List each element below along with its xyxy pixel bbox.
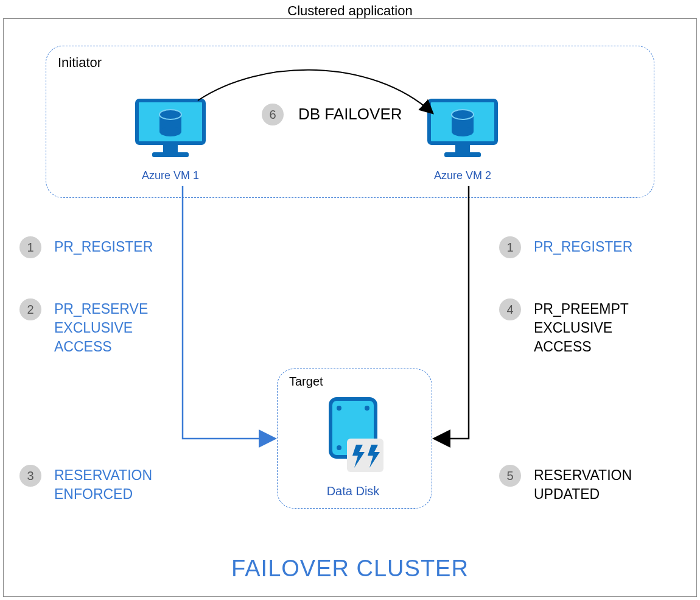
step-text-2: PR_RESERVE EXCLUSIVE ACCESS — [54, 300, 148, 356]
step-badge-3: 3 — [19, 465, 41, 487]
diagram-title: Clustered application — [0, 3, 700, 19]
footer-title: FAILOVER CLUSTER — [0, 556, 700, 582]
svg-rect-1 — [163, 145, 178, 152]
step-text-1-left: PR_REGISTER — [54, 238, 153, 256]
step-badge-4: 4 — [499, 298, 521, 320]
step-badge-2: 2 — [19, 298, 41, 320]
azure-vm-icon — [426, 97, 499, 158]
step-text-5: RESERVATION UPDATED — [534, 466, 632, 504]
initiator-label: Initiator — [58, 55, 102, 71]
step-badge-5: 5 — [499, 465, 521, 487]
data-disk-label: Data Disk — [317, 484, 390, 498]
vm2-label: Azure VM 2 — [420, 169, 505, 182]
svg-point-12 — [452, 127, 474, 136]
svg-point-16 — [365, 406, 369, 411]
svg-rect-8 — [455, 145, 470, 152]
azure-vm-icon — [134, 97, 207, 158]
step-text-1-right: PR_REGISTER — [534, 238, 632, 256]
step-text-3: RESERVATION ENFORCED — [54, 466, 152, 504]
svg-point-17 — [337, 445, 341, 450]
step-badge-6: 6 — [262, 104, 284, 125]
svg-point-15 — [337, 406, 341, 411]
vm1-label: Azure VM 1 — [128, 169, 213, 182]
step-badge-1-left: 1 — [19, 236, 41, 258]
svg-point-5 — [159, 127, 181, 136]
failover-label: DB FAILOVER — [298, 104, 402, 125]
target-label: Target — [289, 375, 323, 389]
svg-rect-2 — [152, 152, 189, 157]
svg-rect-19 — [347, 439, 383, 472]
svg-rect-9 — [444, 152, 481, 157]
step-text-4: PR_PREEMPT EXCLUSIVE ACCESS — [534, 300, 629, 356]
step-badge-1-right: 1 — [499, 236, 521, 258]
data-disk-icon — [326, 396, 387, 481]
